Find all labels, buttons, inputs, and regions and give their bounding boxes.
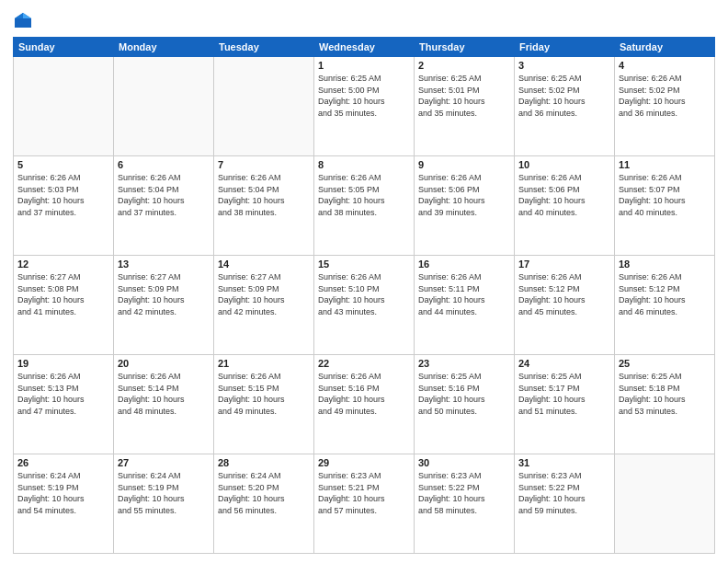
day-number: 20	[118, 358, 210, 369]
day-number: 1	[318, 60, 410, 71]
calendar-week-row: 26Sunrise: 6:24 AM Sunset: 5:19 PM Dayli…	[14, 454, 715, 554]
day-info: Sunrise: 6:25 AM Sunset: 5:02 PM Dayligh…	[518, 73, 610, 119]
day-info: Sunrise: 6:27 AM Sunset: 5:08 PM Dayligh…	[17, 271, 109, 317]
day-info: Sunrise: 6:25 AM Sunset: 5:18 PM Dayligh…	[619, 371, 711, 417]
calendar-cell: 6Sunrise: 6:26 AM Sunset: 5:04 PM Daylig…	[114, 156, 214, 256]
svg-marker-2	[15, 13, 23, 18]
day-info: Sunrise: 6:23 AM Sunset: 5:22 PM Dayligh…	[518, 470, 610, 516]
day-info: Sunrise: 6:26 AM Sunset: 5:02 PM Dayligh…	[619, 73, 711, 119]
day-number: 15	[318, 259, 410, 270]
day-info: Sunrise: 6:26 AM Sunset: 5:11 PM Dayligh…	[418, 271, 510, 317]
calendar-cell	[615, 454, 715, 554]
day-number: 29	[318, 457, 410, 468]
day-info: Sunrise: 6:27 AM Sunset: 5:09 PM Dayligh…	[118, 271, 210, 317]
day-number: 26	[17, 457, 109, 468]
calendar-cell	[214, 57, 314, 156]
calendar-cell	[14, 57, 114, 156]
day-info: Sunrise: 6:23 AM Sunset: 5:22 PM Dayligh…	[418, 470, 510, 516]
day-number: 3	[518, 60, 610, 71]
calendar-cell: 3Sunrise: 6:25 AM Sunset: 5:02 PM Daylig…	[515, 57, 615, 156]
day-info: Sunrise: 6:26 AM Sunset: 5:14 PM Dayligh…	[118, 371, 210, 417]
calendar-cell: 29Sunrise: 6:23 AM Sunset: 5:21 PM Dayli…	[314, 454, 415, 554]
calendar-cell: 28Sunrise: 6:24 AM Sunset: 5:20 PM Dayli…	[214, 454, 314, 554]
calendar-week-row: 5Sunrise: 6:26 AM Sunset: 5:03 PM Daylig…	[14, 156, 715, 256]
day-info: Sunrise: 6:26 AM Sunset: 5:15 PM Dayligh…	[218, 371, 310, 417]
day-info: Sunrise: 6:23 AM Sunset: 5:21 PM Dayligh…	[318, 470, 410, 516]
calendar-page: SundayMondayTuesdayWednesdayThursdayFrid…	[0, 0, 728, 563]
day-info: Sunrise: 6:26 AM Sunset: 5:07 PM Dayligh…	[619, 172, 711, 218]
calendar-cell: 18Sunrise: 6:26 AM Sunset: 5:12 PM Dayli…	[615, 256, 715, 355]
calendar-cell: 9Sunrise: 6:26 AM Sunset: 5:06 PM Daylig…	[415, 156, 515, 256]
day-number: 24	[518, 358, 610, 369]
day-number: 10	[518, 159, 610, 170]
day-number: 5	[17, 159, 109, 170]
calendar-cell: 15Sunrise: 6:26 AM Sunset: 5:10 PM Dayli…	[314, 256, 415, 355]
calendar-cell: 24Sunrise: 6:25 AM Sunset: 5:17 PM Dayli…	[515, 355, 615, 454]
calendar-cell: 5Sunrise: 6:26 AM Sunset: 5:03 PM Daylig…	[14, 156, 114, 256]
day-number: 8	[318, 159, 410, 170]
day-info: Sunrise: 6:26 AM Sunset: 5:05 PM Dayligh…	[318, 172, 410, 218]
day-number: 2	[418, 60, 510, 71]
day-number: 28	[218, 457, 310, 468]
calendar-cell: 14Sunrise: 6:27 AM Sunset: 5:09 PM Dayli…	[214, 256, 314, 355]
day-info: Sunrise: 6:26 AM Sunset: 5:13 PM Dayligh…	[17, 371, 109, 417]
calendar-cell: 22Sunrise: 6:26 AM Sunset: 5:16 PM Dayli…	[314, 355, 415, 454]
day-info: Sunrise: 6:27 AM Sunset: 5:09 PM Dayligh…	[218, 271, 310, 317]
svg-marker-1	[23, 13, 31, 18]
calendar-week-row: 12Sunrise: 6:27 AM Sunset: 5:08 PM Dayli…	[14, 256, 715, 355]
weekday-header-row: SundayMondayTuesdayWednesdayThursdayFrid…	[14, 38, 715, 57]
day-number: 25	[619, 358, 711, 369]
calendar-table: SundayMondayTuesdayWednesdayThursdayFrid…	[13, 37, 715, 554]
calendar-cell: 19Sunrise: 6:26 AM Sunset: 5:13 PM Dayli…	[14, 355, 114, 454]
day-info: Sunrise: 6:25 AM Sunset: 5:00 PM Dayligh…	[318, 73, 410, 119]
weekday-header: Thursday	[415, 38, 515, 57]
day-info: Sunrise: 6:24 AM Sunset: 5:20 PM Dayligh…	[218, 470, 310, 516]
day-info: Sunrise: 6:26 AM Sunset: 5:03 PM Dayligh…	[17, 172, 109, 218]
day-info: Sunrise: 6:24 AM Sunset: 5:19 PM Dayligh…	[17, 470, 109, 516]
day-number: 27	[118, 457, 210, 468]
calendar-cell: 26Sunrise: 6:24 AM Sunset: 5:19 PM Dayli…	[14, 454, 114, 554]
day-number: 23	[418, 358, 510, 369]
day-info: Sunrise: 6:26 AM Sunset: 5:04 PM Dayligh…	[118, 172, 210, 218]
calendar-cell: 30Sunrise: 6:23 AM Sunset: 5:22 PM Dayli…	[415, 454, 515, 554]
calendar-cell: 2Sunrise: 6:25 AM Sunset: 5:01 PM Daylig…	[415, 57, 515, 156]
day-info: Sunrise: 6:24 AM Sunset: 5:19 PM Dayligh…	[118, 470, 210, 516]
day-number: 9	[418, 159, 510, 170]
day-info: Sunrise: 6:26 AM Sunset: 5:16 PM Dayligh…	[318, 371, 410, 417]
calendar-cell	[114, 57, 214, 156]
day-number: 6	[118, 159, 210, 170]
calendar-cell: 17Sunrise: 6:26 AM Sunset: 5:12 PM Dayli…	[515, 256, 615, 355]
calendar-week-row: 19Sunrise: 6:26 AM Sunset: 5:13 PM Dayli…	[14, 355, 715, 454]
calendar-cell: 21Sunrise: 6:26 AM Sunset: 5:15 PM Dayli…	[214, 355, 314, 454]
calendar-cell: 27Sunrise: 6:24 AM Sunset: 5:19 PM Dayli…	[114, 454, 214, 554]
day-info: Sunrise: 6:25 AM Sunset: 5:17 PM Dayligh…	[518, 371, 610, 417]
header	[13, 9, 715, 31]
day-info: Sunrise: 6:25 AM Sunset: 5:01 PM Dayligh…	[418, 73, 510, 119]
day-info: Sunrise: 6:26 AM Sunset: 5:06 PM Dayligh…	[518, 172, 610, 218]
weekday-header: Tuesday	[214, 38, 314, 57]
day-number: 21	[218, 358, 310, 369]
calendar-cell: 12Sunrise: 6:27 AM Sunset: 5:08 PM Dayli…	[14, 256, 114, 355]
calendar-cell: 4Sunrise: 6:26 AM Sunset: 5:02 PM Daylig…	[615, 57, 715, 156]
calendar-cell: 13Sunrise: 6:27 AM Sunset: 5:09 PM Dayli…	[114, 256, 214, 355]
logo-icon	[13, 11, 33, 31]
calendar-week-row: 1Sunrise: 6:25 AM Sunset: 5:00 PM Daylig…	[14, 57, 715, 156]
weekday-header: Friday	[515, 38, 615, 57]
day-number: 31	[518, 457, 610, 468]
calendar-cell: 11Sunrise: 6:26 AM Sunset: 5:07 PM Dayli…	[615, 156, 715, 256]
weekday-header: Sunday	[14, 38, 114, 57]
day-info: Sunrise: 6:26 AM Sunset: 5:10 PM Dayligh…	[318, 271, 410, 317]
calendar-cell: 31Sunrise: 6:23 AM Sunset: 5:22 PM Dayli…	[515, 454, 615, 554]
day-number: 30	[418, 457, 510, 468]
day-info: Sunrise: 6:26 AM Sunset: 5:12 PM Dayligh…	[518, 271, 610, 317]
day-number: 11	[619, 159, 711, 170]
weekday-header: Wednesday	[314, 38, 415, 57]
day-number: 7	[218, 159, 310, 170]
day-number: 12	[17, 259, 109, 270]
day-info: Sunrise: 6:26 AM Sunset: 5:06 PM Dayligh…	[418, 172, 510, 218]
calendar-cell: 8Sunrise: 6:26 AM Sunset: 5:05 PM Daylig…	[314, 156, 415, 256]
calendar-cell: 7Sunrise: 6:26 AM Sunset: 5:04 PM Daylig…	[214, 156, 314, 256]
day-number: 18	[619, 259, 711, 270]
day-number: 17	[518, 259, 610, 270]
day-number: 16	[418, 259, 510, 270]
